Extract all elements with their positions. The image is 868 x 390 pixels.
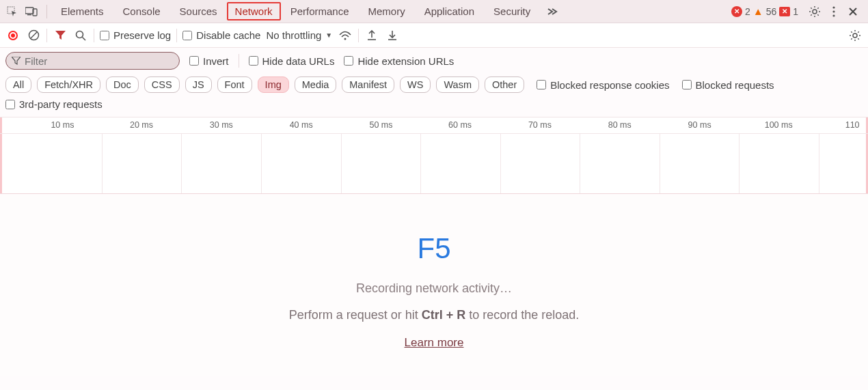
device-toolbar-icon[interactable] <box>23 3 40 20</box>
funnel-icon <box>12 57 21 65</box>
network-conditions-icon[interactable] <box>338 28 353 43</box>
hide-extension-urls-checkbox[interactable]: Hide extension URLs <box>344 55 454 67</box>
hide-extension-urls-label: Hide extension URLs <box>357 55 454 67</box>
svg-point-15 <box>832 14 835 16</box>
gridline <box>181 134 182 193</box>
tab-elements[interactable]: Elements <box>51 1 113 21</box>
chip-other[interactable]: Other <box>485 76 524 93</box>
separator <box>176 29 177 42</box>
chip-font[interactable]: Font <box>217 76 252 93</box>
tab-application[interactable]: Application <box>415 1 484 21</box>
tick-label: 40 ms <box>290 120 313 130</box>
tick-label: 10 ms <box>51 120 74 130</box>
hide-data-urls-checkbox[interactable]: Hide data URLs <box>249 55 335 67</box>
extra-filter-row: 3rd-party requests <box>0 98 868 117</box>
hide-data-urls-label: Hide data URLs <box>262 55 335 67</box>
close-icon[interactable] <box>845 3 861 20</box>
filter-input[interactable] <box>25 55 174 67</box>
chip-doc[interactable]: Doc <box>106 76 139 93</box>
warning-icon: ▲ <box>753 5 763 17</box>
tick-label: 60 ms <box>448 120 472 130</box>
tab-security[interactable]: Security <box>484 1 540 21</box>
svg-line-34 <box>851 38 852 39</box>
tick-label: 100 ms <box>765 120 793 130</box>
svg-point-14 <box>832 10 835 12</box>
message-icon: ✕ <box>779 7 790 16</box>
separator <box>46 5 47 18</box>
gridline <box>420 134 421 193</box>
disable-cache-checkbox[interactable]: Disable cache <box>182 29 260 41</box>
import-har-icon[interactable] <box>385 28 400 43</box>
svg-point-13 <box>832 6 835 8</box>
svg-line-10 <box>817 14 818 15</box>
preserve-log-checkbox[interactable]: Preserve log <box>100 29 171 41</box>
third-party-checkbox[interactable]: 3rd-party requests <box>5 98 103 110</box>
tab-sources[interactable]: Sources <box>170 1 227 21</box>
recording-text: Recording network activity… <box>356 281 512 296</box>
tick-label: 30 ms <box>210 120 233 130</box>
blocked-requests-label: Blocked requests <box>696 79 774 91</box>
gridline <box>819 134 819 193</box>
svg-point-22 <box>344 38 347 40</box>
kebab-menu-icon[interactable] <box>826 3 842 20</box>
search-icon[interactable] <box>73 28 88 43</box>
svg-line-35 <box>858 31 858 32</box>
type-filter-chips: AllFetch/XHRDocCSSJSFontImgMediaManifest… <box>0 74 868 98</box>
gridline <box>739 134 740 193</box>
chip-ws[interactable]: WS <box>400 76 431 93</box>
tick-label: 90 ms <box>688 120 711 130</box>
overview-timeline[interactable]: 10 ms20 ms30 ms40 ms50 ms60 ms70 ms80 ms… <box>0 117 868 194</box>
chip-wasm[interactable]: Wasm <box>436 76 479 93</box>
chip-css[interactable]: CSS <box>144 76 180 93</box>
error-count: 2 <box>745 6 750 17</box>
tick-label: 80 ms <box>608 120 632 130</box>
svg-line-12 <box>817 8 818 8</box>
svg-rect-1 <box>25 8 33 14</box>
blocked-requests-checkbox[interactable]: Blocked requests <box>682 79 774 91</box>
separator <box>46 29 47 42</box>
gridline <box>102 134 103 193</box>
tab-console[interactable]: Console <box>113 1 170 21</box>
gridline <box>341 134 342 193</box>
filter-input-wrapper[interactable] <box>5 52 180 70</box>
status-indicators[interactable]: ✕2 ▲56 ✕1 <box>731 5 798 17</box>
more-tabs-icon[interactable] <box>544 3 560 20</box>
record-button[interactable] <box>5 28 21 43</box>
chip-fetchxhr[interactable]: Fetch/XHR <box>37 76 100 93</box>
chevron-down-icon: ▼ <box>325 31 332 39</box>
tab-performance[interactable]: Performance <box>281 1 359 21</box>
chip-all[interactable]: All <box>5 76 31 93</box>
chip-manifest[interactable]: Manifest <box>342 76 394 93</box>
svg-line-33 <box>858 38 858 39</box>
learn-more-link[interactable]: Learn more <box>405 336 464 350</box>
export-har-icon[interactable] <box>364 28 379 43</box>
error-icon: ✕ <box>731 6 742 17</box>
message-count: 1 <box>793 6 798 17</box>
chip-img[interactable]: Img <box>258 76 289 93</box>
svg-line-9 <box>811 8 811 8</box>
svg-line-19 <box>30 32 37 39</box>
tab-network[interactable]: Network <box>227 2 281 20</box>
svg-line-11 <box>811 14 811 15</box>
settings-icon[interactable] <box>806 3 823 20</box>
svg-line-21 <box>83 37 86 40</box>
tick-label: 70 ms <box>528 120 552 130</box>
inspect-icon[interactable] <box>4 3 21 20</box>
separator <box>239 54 239 68</box>
throttling-label: No throttling <box>266 29 321 41</box>
chip-js[interactable]: JS <box>185 76 212 93</box>
network-toolbar: Preserve log Disable cache No throttling… <box>0 23 868 48</box>
tab-memory[interactable]: Memory <box>359 1 415 21</box>
network-settings-icon[interactable] <box>847 28 863 43</box>
disable-cache-label: Disable cache <box>196 29 260 41</box>
invert-checkbox[interactable]: Invert <box>189 55 229 67</box>
filter-toggle-icon[interactable] <box>53 28 68 43</box>
separator <box>94 29 94 42</box>
throttling-select[interactable]: No throttling ▼ <box>266 29 332 41</box>
gridline <box>660 134 660 193</box>
clear-button[interactable] <box>26 28 41 43</box>
blocked-cookies-checkbox[interactable]: Blocked response cookies <box>537 79 669 91</box>
svg-line-32 <box>851 31 852 32</box>
warning-count: 56 <box>766 6 777 17</box>
chip-media[interactable]: Media <box>295 76 337 93</box>
